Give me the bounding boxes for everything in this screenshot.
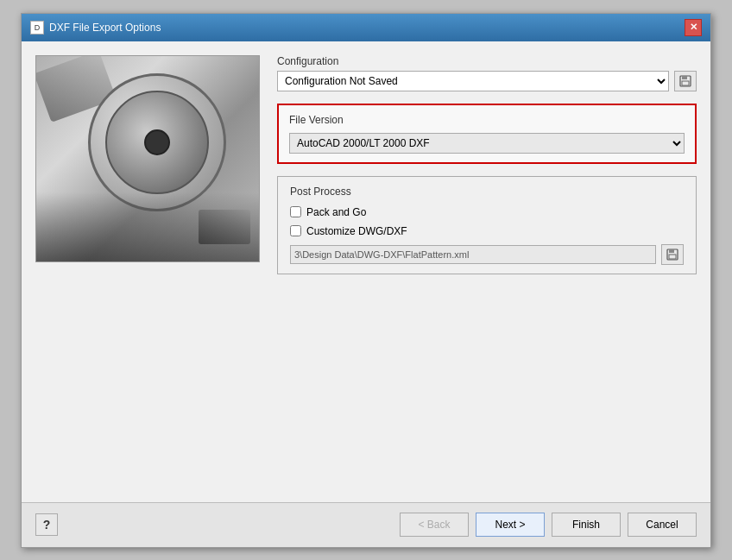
help-button[interactable]: ? [35,513,58,536]
back-button[interactable]: < Back [400,513,469,537]
customize-browse-button[interactable] [661,244,684,265]
configuration-label: Configuration [277,55,697,67]
post-process-label: Post Process [290,186,684,198]
customize-dwg-row: Customize DWG/DXF [290,225,684,237]
footer: ? < Back Next > Finish Cancel [22,502,710,547]
preview-canvas [36,56,259,261]
pack-and-go-checkbox[interactable] [290,206,301,217]
dialog-content: Configuration Configuration Not Saved Fi… [22,41,710,502]
svg-rect-4 [669,249,674,253]
svg-rect-2 [682,81,689,85]
close-button[interactable]: ✕ [685,19,702,36]
post-process-section: Post Process Pack and Go Customize DWG/D… [277,176,697,274]
cancel-button[interactable]: Cancel [628,513,697,537]
svg-rect-1 [682,76,687,79]
customize-dwg-checkbox[interactable] [290,225,301,236]
configuration-row: Configuration Not Saved [277,71,697,91]
svg-rect-5 [669,255,676,259]
configuration-save-button[interactable] [674,71,697,91]
title-bar: D DXF File Export Options ✕ [22,14,710,41]
pack-and-go-row: Pack and Go [290,206,684,218]
browse-icon [666,249,678,261]
customize-dwg-label[interactable]: Customize DWG/DXF [306,225,407,237]
left-panel [35,55,260,488]
image-overlay [36,192,259,261]
pack-and-go-label[interactable]: Pack and Go [306,206,366,218]
save-icon [679,75,691,87]
customize-path-row [290,244,684,265]
finish-button[interactable]: Finish [552,513,621,537]
title-bar-left: D DXF File Export Options [30,21,161,35]
footer-left: ? [35,513,400,536]
app-icon: D [30,21,44,35]
dialog-title: DXF File Export Options [49,22,161,34]
customize-path-input[interactable] [290,245,656,264]
preview-image [35,55,260,262]
configuration-section: Configuration Configuration Not Saved [277,55,697,91]
file-version-select[interactable]: AutoCAD 2000/LT 2000 DXFAutoCAD R14/LT 9… [289,133,685,154]
dialog-window: D DXF File Export Options ✕ [21,13,711,548]
file-version-section: File Version AutoCAD 2000/LT 2000 DXFAut… [277,104,697,164]
right-panel: Configuration Configuration Not Saved Fi… [277,55,697,488]
file-version-label: File Version [289,114,685,126]
next-button[interactable]: Next > [476,513,545,537]
footer-buttons: < Back Next > Finish Cancel [400,513,697,537]
gear-center [144,129,170,155]
configuration-select[interactable]: Configuration Not Saved [277,71,669,91]
